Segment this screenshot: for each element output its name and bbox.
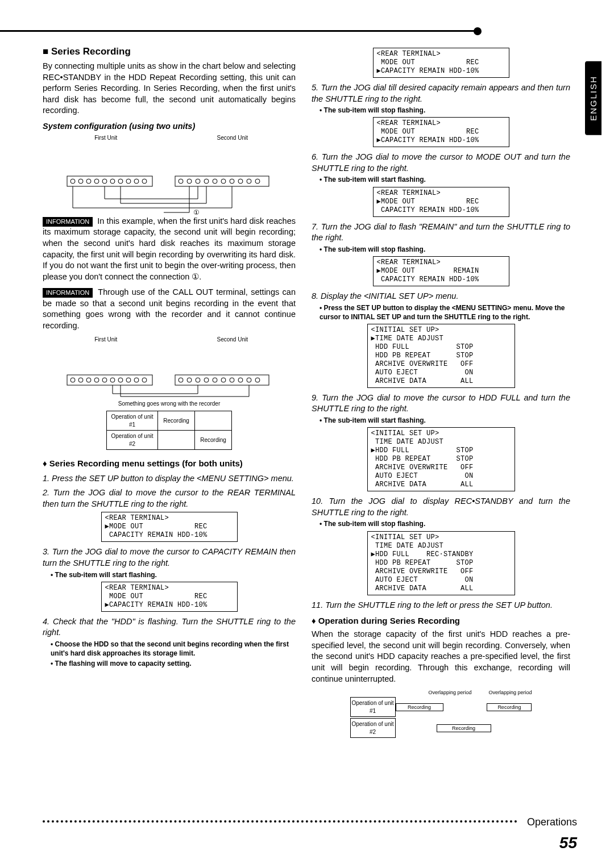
intro-paragraph: By connecting multiple units as show in …	[43, 61, 296, 116]
second-unit-label: Second Unit	[169, 134, 296, 142]
svg-point-28	[94, 378, 99, 382]
op-rec-cell: Recording	[158, 411, 195, 431]
screen-initial-setup-8: <INITIAL SET UP> ▶TIME DATE ADJUST HDD F…	[367, 324, 515, 388]
operation-heading: Operation during Series Recording	[312, 615, 570, 627]
op-empty-cell	[195, 411, 232, 431]
svg-point-29	[102, 378, 107, 382]
screen-rear-terminal-7: <REAR TERMINAL> ▶MODE OUT REMAIN CAPACIT…	[373, 256, 509, 286]
step-4: 4. Check that the "HDD" is flashing. Tur…	[43, 616, 296, 639]
svg-point-41	[230, 378, 234, 382]
svg-point-33	[134, 378, 139, 382]
information-tag: INFORMATION	[43, 217, 93, 227]
unit-labels-2: First Unit Second Unit	[43, 336, 296, 344]
menu-settings-heading: Series Recording menu settings (for both…	[43, 458, 296, 469]
header-dot-icon	[474, 27, 482, 35]
first-unit-label: First Unit	[43, 336, 169, 344]
svg-point-20	[247, 179, 251, 183]
timing-diagram: Overlapping period Overlapping period Op…	[350, 689, 532, 738]
op-empty-cell	[158, 431, 195, 450]
rec-segment: Recording	[487, 703, 532, 711]
svg-point-31	[118, 378, 123, 382]
bullet-5: The sub-item will stop flashing.	[320, 106, 570, 115]
bullet-10: The sub-item will stop flashing.	[320, 519, 570, 528]
svg-point-17	[221, 179, 226, 183]
op-rec-cell: Recording	[195, 431, 232, 450]
overlap-label: Overlapping period	[488, 689, 532, 696]
page-columns: Series Recording By connecting multiple …	[43, 45, 577, 741]
svg-rect-1	[175, 176, 269, 186]
svg-point-35	[179, 378, 183, 382]
header-rule	[0, 30, 479, 32]
svg-point-2	[70, 179, 75, 183]
screen-initial-setup-9: <INITIAL SET UP> TIME DATE ADJUST ▶HDD F…	[367, 427, 515, 491]
svg-point-13	[187, 179, 192, 183]
svg-point-3	[78, 179, 83, 183]
svg-rect-23	[67, 375, 152, 385]
screen-rear-terminal-top: <REAR TERMINAL> MODE OUT REC ▶CAPACITY R…	[373, 48, 509, 78]
bullet-7: The sub-item will stop flashing.	[320, 245, 570, 254]
svg-point-25	[70, 378, 75, 382]
section-title-series-recording: Series Recording	[43, 45, 296, 59]
svg-point-34	[142, 378, 147, 382]
step-11: 11. Turn the SHUTTLE ring to the left or…	[312, 600, 570, 611]
svg-point-8	[118, 179, 123, 183]
svg-point-16	[213, 179, 217, 183]
svg-point-30	[110, 378, 115, 382]
svg-point-12	[179, 179, 183, 183]
info-paragraph-1: INFORMATION In this example, when the fi…	[43, 216, 296, 282]
step-8: 8. Display the <INITIAL SET UP> menu.	[312, 291, 570, 302]
overlap-label: Overlapping period	[428, 689, 471, 696]
bullet-4a: Choose the HDD so that the second unit b…	[51, 640, 296, 658]
language-tab: ENGLISH	[585, 61, 601, 135]
page-number: 55	[559, 834, 577, 852]
timing-row2-label: Operation of unit #2	[350, 718, 396, 738]
svg-point-6	[102, 179, 107, 183]
svg-point-32	[126, 378, 131, 382]
svg-point-7	[110, 179, 115, 183]
op-row2-label: Operation of unit #2	[107, 431, 158, 450]
operation-table-1: Operation of unit #1Recording Operation …	[106, 411, 232, 450]
second-unit-label: Second Unit	[169, 336, 296, 344]
step-10: 10. Turn the JOG dial to display REC•STA…	[312, 496, 570, 518]
screen-rear-terminal-6: <REAR TERMINAL> ▶MODE OUT REC CAPACITY R…	[373, 187, 509, 217]
screen-rear-terminal-1: <REAR TERMINAL> ▶MODE OUT REC CAPACITY R…	[101, 512, 238, 542]
svg-point-18	[230, 179, 234, 183]
svg-point-14	[196, 179, 200, 183]
sysconf-heading: System configuration (using two units)	[43, 121, 296, 132]
wiring-diagram-2	[61, 344, 277, 398]
step-7: 7. Turn the JOG dial to flash "REMAIN" a…	[312, 222, 570, 244]
svg-point-42	[238, 378, 243, 382]
wiring-diagram-1: ①	[61, 142, 277, 216]
bullet-6: The sub-item will start flashing.	[320, 175, 570, 184]
svg-point-36	[187, 378, 192, 382]
something-wrong-label: Something goes wrong with the recorder	[43, 400, 296, 408]
bullet-3: The sub-item will start flashing.	[51, 570, 296, 579]
svg-point-4	[86, 179, 91, 183]
information-tag: INFORMATION	[43, 288, 93, 298]
svg-point-37	[196, 378, 200, 382]
svg-point-39	[213, 378, 217, 382]
svg-point-19	[238, 179, 243, 183]
svg-point-11	[142, 179, 147, 183]
svg-point-40	[221, 378, 226, 382]
first-unit-label: First Unit	[43, 134, 169, 142]
rec-segment: Recording	[396, 703, 443, 711]
bullet-8: Press the SET UP button to display the <…	[320, 303, 570, 322]
svg-rect-0	[67, 176, 152, 186]
screen-initial-setup-10: <INITIAL SET UP> TIME DATE ADJUST ▶HDD F…	[367, 531, 515, 595]
footer-section-label: Operations	[527, 816, 577, 828]
svg-point-38	[204, 378, 209, 382]
svg-point-43	[247, 378, 251, 382]
step-9: 9. Turn the JOG dial to move the cursor …	[312, 393, 570, 415]
step-6: 6. Turn the JOG dial to move the cursor …	[312, 152, 570, 174]
step-2: 2. Turn the JOG dial to move the cursor …	[43, 487, 296, 510]
svg-point-27	[86, 378, 91, 382]
screen-rear-terminal-2: <REAR TERMINAL> MODE OUT REC ▶CAPACITY R…	[101, 582, 238, 612]
unit-labels: First Unit Second Unit	[43, 134, 296, 142]
step-5: 5. Turn the JOG dial till desired capaci…	[312, 82, 570, 105]
svg-point-26	[78, 378, 83, 382]
right-column: <REAR TERMINAL> MODE OUT REC ▶CAPACITY R…	[312, 45, 570, 741]
svg-text:①: ①	[193, 208, 200, 216]
left-column: Series Recording By connecting multiple …	[43, 45, 296, 741]
bullet-4b: The flashing will move to capacity setti…	[51, 659, 296, 668]
